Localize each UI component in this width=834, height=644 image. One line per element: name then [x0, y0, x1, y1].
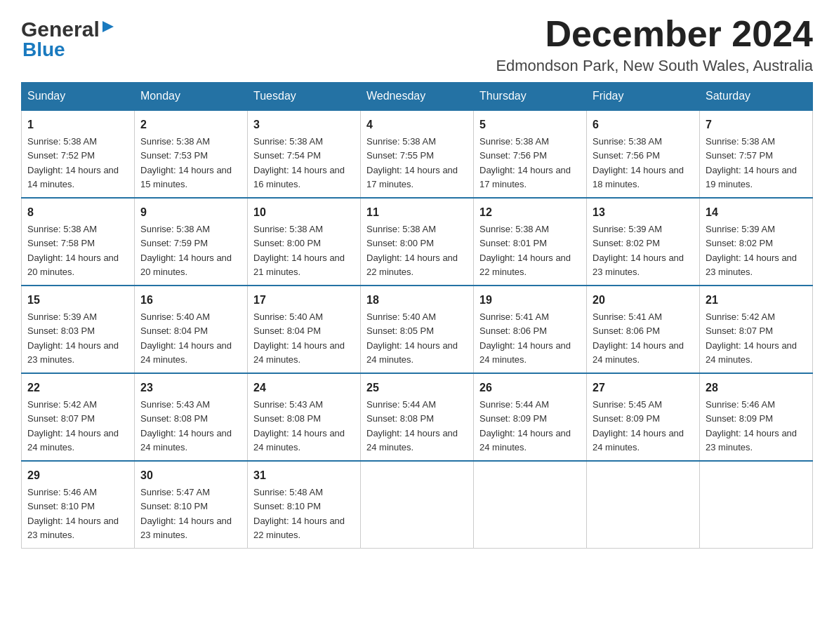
calendar-cell: 18 Sunrise: 5:40 AMSunset: 8:05 PMDaylig…	[361, 286, 474, 373]
day-number: 11	[366, 204, 468, 221]
day-number: 7	[706, 116, 807, 133]
day-info: Sunrise: 5:38 AMSunset: 7:53 PMDaylight:…	[140, 136, 232, 189]
day-info: Sunrise: 5:38 AMSunset: 8:00 PMDaylight:…	[366, 224, 458, 277]
calendar-cell: 19 Sunrise: 5:41 AMSunset: 8:06 PMDaylig…	[474, 286, 587, 373]
calendar-week-row: 29 Sunrise: 5:46 AMSunset: 8:10 PMDaylig…	[22, 461, 813, 549]
day-number: 4	[366, 116, 468, 133]
weekday-header-saturday: Saturday	[700, 83, 813, 111]
day-number: 1	[27, 116, 128, 133]
day-info: Sunrise: 5:38 AMSunset: 7:57 PMDaylight:…	[706, 136, 797, 189]
month-year-title: December 2024	[496, 14, 813, 54]
weekday-header-friday: Friday	[587, 83, 700, 111]
day-info: Sunrise: 5:43 AMSunset: 8:08 PMDaylight:…	[140, 399, 232, 452]
day-number: 18	[366, 292, 468, 309]
title-area: December 2024 Edmondson Park, New South …	[496, 14, 813, 75]
calendar-cell: 29 Sunrise: 5:46 AMSunset: 8:10 PMDaylig…	[22, 461, 135, 549]
day-info: Sunrise: 5:41 AMSunset: 8:06 PMDaylight:…	[479, 311, 571, 365]
day-info: Sunrise: 5:42 AMSunset: 8:07 PMDaylight:…	[27, 399, 119, 452]
calendar-cell: 10 Sunrise: 5:38 AMSunset: 8:00 PMDaylig…	[248, 198, 361, 286]
calendar-cell: 13 Sunrise: 5:39 AMSunset: 8:02 PMDaylig…	[587, 198, 700, 286]
day-number: 19	[479, 292, 581, 309]
calendar-cell	[361, 461, 474, 549]
logo-blue-text: Blue	[21, 39, 65, 61]
calendar-cell: 20 Sunrise: 5:41 AMSunset: 8:06 PMDaylig…	[587, 286, 700, 373]
day-info: Sunrise: 5:38 AMSunset: 8:01 PMDaylight:…	[479, 224, 571, 277]
day-number: 14	[706, 204, 807, 221]
day-number: 26	[479, 380, 581, 396]
calendar-cell: 31 Sunrise: 5:48 AMSunset: 8:10 PMDaylig…	[248, 461, 361, 549]
calendar-cell: 16 Sunrise: 5:40 AMSunset: 8:04 PMDaylig…	[135, 286, 248, 373]
day-info: Sunrise: 5:38 AMSunset: 7:55 PMDaylight:…	[366, 136, 458, 189]
day-number: 2	[140, 116, 241, 133]
calendar-cell: 11 Sunrise: 5:38 AMSunset: 8:00 PMDaylig…	[361, 198, 474, 286]
day-number: 13	[593, 204, 694, 221]
weekday-header-wednesday: Wednesday	[361, 83, 474, 111]
day-info: Sunrise: 5:43 AMSunset: 8:08 PMDaylight:…	[253, 399, 345, 452]
svg-marker-0	[102, 21, 114, 32]
calendar-cell: 27 Sunrise: 5:45 AMSunset: 8:09 PMDaylig…	[587, 373, 700, 461]
calendar-cell: 3 Sunrise: 5:38 AMSunset: 7:54 PMDayligh…	[248, 110, 361, 198]
weekday-header-thursday: Thursday	[474, 83, 587, 111]
day-info: Sunrise: 5:48 AMSunset: 8:10 PMDaylight:…	[253, 487, 345, 540]
calendar-cell: 21 Sunrise: 5:42 AMSunset: 8:07 PMDaylig…	[700, 286, 813, 373]
day-number: 15	[27, 292, 128, 309]
day-number: 27	[593, 380, 694, 396]
calendar-cell: 30 Sunrise: 5:47 AMSunset: 8:10 PMDaylig…	[135, 461, 248, 549]
weekday-header-row: SundayMondayTuesdayWednesdayThursdayFrid…	[22, 83, 813, 111]
day-number: 25	[366, 380, 468, 396]
calendar-cell: 26 Sunrise: 5:44 AMSunset: 8:09 PMDaylig…	[474, 373, 587, 461]
day-info: Sunrise: 5:38 AMSunset: 7:52 PMDaylight:…	[27, 136, 119, 189]
calendar-cell: 12 Sunrise: 5:38 AMSunset: 8:01 PMDaylig…	[474, 198, 587, 286]
day-number: 9	[140, 204, 241, 221]
location-subtitle: Edmondson Park, New South Wales, Austral…	[496, 57, 813, 75]
day-info: Sunrise: 5:41 AMSunset: 8:06 PMDaylight:…	[593, 311, 684, 365]
page-header: General Blue December 2024 Edmondson Par…	[21, 14, 813, 75]
calendar-cell: 5 Sunrise: 5:38 AMSunset: 7:56 PMDayligh…	[474, 110, 587, 198]
calendar-cell: 25 Sunrise: 5:44 AMSunset: 8:08 PMDaylig…	[361, 373, 474, 461]
calendar-week-row: 8 Sunrise: 5:38 AMSunset: 7:58 PMDayligh…	[22, 198, 813, 286]
day-info: Sunrise: 5:39 AMSunset: 8:02 PMDaylight:…	[593, 224, 684, 277]
day-info: Sunrise: 5:38 AMSunset: 7:59 PMDaylight:…	[140, 224, 232, 277]
calendar-week-row: 15 Sunrise: 5:39 AMSunset: 8:03 PMDaylig…	[22, 286, 813, 373]
day-info: Sunrise: 5:38 AMSunset: 7:56 PMDaylight:…	[593, 136, 684, 189]
day-number: 16	[140, 292, 241, 309]
day-info: Sunrise: 5:39 AMSunset: 8:03 PMDaylight:…	[27, 311, 119, 365]
day-number: 22	[27, 380, 128, 396]
day-number: 28	[706, 380, 807, 396]
calendar-week-row: 1 Sunrise: 5:38 AMSunset: 7:52 PMDayligh…	[22, 110, 813, 198]
weekday-header-monday: Monday	[135, 83, 248, 111]
calendar-cell	[474, 461, 587, 549]
logo: General Blue	[21, 14, 115, 61]
day-info: Sunrise: 5:40 AMSunset: 8:04 PMDaylight:…	[253, 311, 345, 365]
calendar-cell	[700, 461, 813, 549]
calendar-cell: 14 Sunrise: 5:39 AMSunset: 8:02 PMDaylig…	[700, 198, 813, 286]
day-number: 17	[253, 292, 355, 309]
calendar-cell: 8 Sunrise: 5:38 AMSunset: 7:58 PMDayligh…	[22, 198, 135, 286]
logo-general-text: General	[21, 18, 100, 41]
day-number: 30	[140, 467, 241, 484]
day-info: Sunrise: 5:47 AMSunset: 8:10 PMDaylight:…	[140, 487, 232, 540]
day-number: 21	[706, 292, 807, 309]
day-info: Sunrise: 5:40 AMSunset: 8:05 PMDaylight:…	[366, 311, 458, 365]
weekday-header-sunday: Sunday	[22, 83, 135, 111]
calendar-cell: 2 Sunrise: 5:38 AMSunset: 7:53 PMDayligh…	[135, 110, 248, 198]
day-number: 8	[27, 204, 128, 221]
calendar-cell: 7 Sunrise: 5:38 AMSunset: 7:57 PMDayligh…	[700, 110, 813, 198]
calendar-table: SundayMondayTuesdayWednesdayThursdayFrid…	[21, 82, 813, 549]
day-info: Sunrise: 5:46 AMSunset: 8:09 PMDaylight:…	[706, 399, 797, 452]
day-number: 24	[253, 380, 355, 396]
day-info: Sunrise: 5:40 AMSunset: 8:04 PMDaylight:…	[140, 311, 232, 365]
day-info: Sunrise: 5:44 AMSunset: 8:08 PMDaylight:…	[366, 399, 458, 452]
day-info: Sunrise: 5:45 AMSunset: 8:09 PMDaylight:…	[593, 399, 684, 452]
day-info: Sunrise: 5:38 AMSunset: 7:54 PMDaylight:…	[253, 136, 345, 189]
day-number: 31	[253, 467, 355, 484]
day-info: Sunrise: 5:38 AMSunset: 8:00 PMDaylight:…	[253, 224, 345, 277]
day-number: 5	[479, 116, 581, 133]
calendar-cell: 9 Sunrise: 5:38 AMSunset: 7:59 PMDayligh…	[135, 198, 248, 286]
calendar-cell: 15 Sunrise: 5:39 AMSunset: 8:03 PMDaylig…	[22, 286, 135, 373]
calendar-cell	[587, 461, 700, 549]
calendar-cell: 17 Sunrise: 5:40 AMSunset: 8:04 PMDaylig…	[248, 286, 361, 373]
day-number: 3	[253, 116, 355, 133]
day-info: Sunrise: 5:38 AMSunset: 7:56 PMDaylight:…	[479, 136, 571, 189]
day-number: 12	[479, 204, 581, 221]
